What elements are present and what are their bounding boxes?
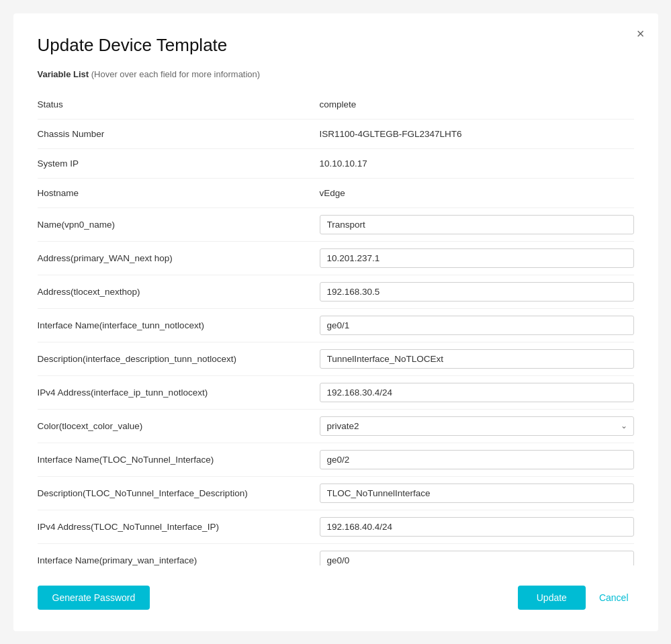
field-input-primary_wan_next_hop[interactable] — [320, 248, 634, 268]
table-row: Address(tlocext_nexthop) — [38, 275, 634, 309]
field-label-interface_ip_tunn_notlocext: IPv4 Address(interface_ip_tunn_notlocext… — [38, 387, 320, 398]
field-label-hostname: Hostname — [38, 188, 320, 198]
table-row: IPv4 Address(TLOC_NoTunnel_Interface_IP) — [38, 510, 634, 544]
field-input-tloc_notunnel_interface_ip[interactable] — [320, 517, 634, 537]
field-value-hostname: vEdge — [320, 188, 634, 198]
table-row: Interface Name(interface_tunn_notlocext) — [38, 309, 634, 342]
table-row: Statuscomplete — [38, 90, 634, 120]
field-label-chassis_number: Chassis Number — [38, 129, 320, 139]
field-input-interface_tunn_notlocext[interactable] — [320, 316, 634, 335]
footer: Generate Password Update Cancel — [38, 572, 634, 610]
field-value-status: complete — [320, 99, 634, 109]
close-button[interactable]: × — [637, 27, 645, 40]
generate-password-button[interactable]: Generate Password — [38, 586, 150, 610]
modal-dialog: × Update Device Template Variable List (… — [13, 13, 658, 631]
field-label-interface_description_tunn_notlocext: Description(interface_description_tunn_n… — [38, 354, 320, 364]
field-input-vpn0_name[interactable] — [320, 215, 634, 234]
field-value-chassis_number: ISR1100-4GLTEGB-FGL2347LHT6 — [320, 129, 634, 139]
cancel-button[interactable]: Cancel — [594, 586, 634, 610]
field-label-system_ip: System IP — [38, 158, 320, 169]
modal-overlay: × Update Device Template Variable List (… — [0, 0, 671, 644]
table-row: IPv4 Address(interface_ip_tunn_notlocext… — [38, 376, 634, 410]
field-label-tlocext_color_value: Color(tlocext_color_value) — [38, 421, 320, 431]
field-label-tloc_notunnel_interface_ip: IPv4 Address(TLOC_NoTunnel_Interface_IP) — [38, 522, 320, 532]
table-row: Address(primary_WAN_next hop) — [38, 242, 634, 275]
field-label-interface_tunn_notlocext: Interface Name(interface_tunn_notlocext) — [38, 320, 320, 330]
field-label-primary_wan_next_hop: Address(primary_WAN_next hop) — [38, 253, 320, 263]
table-row: System IP10.10.10.17 — [38, 149, 634, 179]
field-select-tlocext_color_value[interactable]: private1private2private3biz-internetpubl… — [320, 416, 634, 436]
field-input-interface_ip_tunn_notlocext[interactable] — [320, 383, 634, 402]
table-row: Interface Name(TLOC_NoTunnel_Interface) — [38, 443, 634, 477]
field-label-tloc_notunnel_interface_description: Description(TLOC_NoTunnel_Interface_Desc… — [38, 488, 320, 498]
table-row: Description(interface_description_tunn_n… — [38, 342, 634, 376]
field-label-tloc_notunnel_interface: Interface Name(TLOC_NoTunnel_Interface) — [38, 455, 320, 465]
table-row: Name(vpn0_name) — [38, 208, 634, 242]
field-label-vpn0_name: Name(vpn0_name) — [38, 220, 320, 230]
field-label-status: Status — [38, 99, 320, 109]
update-button[interactable]: Update — [518, 586, 586, 610]
field-value-system_ip: 10.10.10.17 — [320, 158, 634, 169]
variable-list-header: Variable List (Hover over each field for… — [38, 69, 634, 79]
field-select-wrapper-tlocext_color_value: private1private2private3biz-internetpubl… — [320, 416, 634, 436]
table-row: Color(tlocext_color_value)private1privat… — [38, 410, 634, 443]
field-input-tloc_notunnel_interface_description[interactable] — [320, 484, 634, 503]
field-input-interface_description_tunn_notlocext[interactable] — [320, 349, 634, 369]
field-input-tloc_notunnel_interface[interactable] — [320, 450, 634, 469]
table-row: Chassis NumberISR1100-4GLTEGB-FGL2347LHT… — [38, 120, 634, 149]
field-label-primary_wan_interface: Interface Name(primary_wan_interface) — [38, 555, 320, 565]
field-input-primary_wan_interface[interactable] — [320, 551, 634, 565]
content-area: StatuscompleteChassis NumberISR1100-4GLT… — [38, 90, 634, 565]
table-row: Interface Name(primary_wan_interface) — [38, 544, 634, 565]
field-input-tlocext_nexthop[interactable] — [320, 282, 634, 302]
field-label-tlocext_nexthop: Address(tlocext_nexthop) — [38, 287, 320, 297]
modal-title: Update Device Template — [38, 35, 634, 56]
table-row: HostnamevEdge — [38, 179, 634, 208]
table-row: Description(TLOC_NoTunnel_Interface_Desc… — [38, 477, 634, 510]
footer-right: Update Cancel — [518, 586, 634, 610]
